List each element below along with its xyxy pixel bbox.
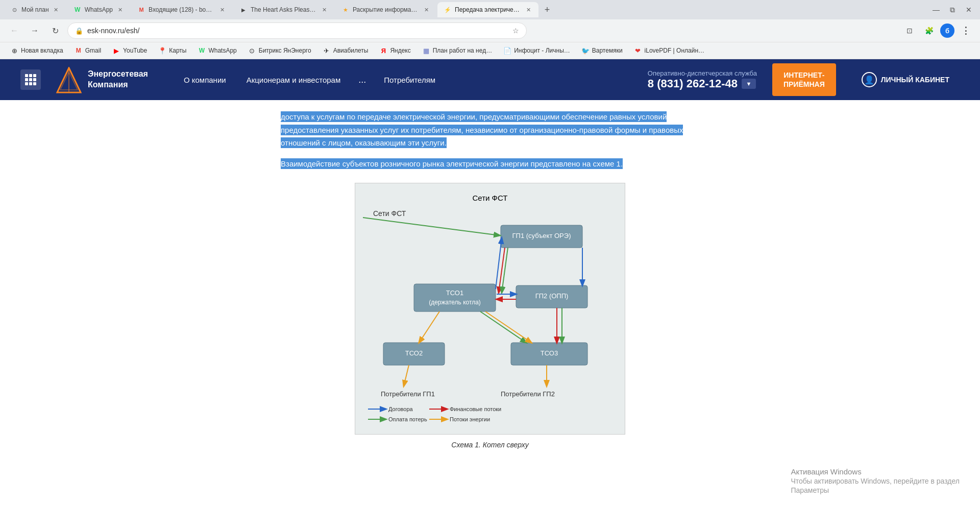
aviatickets-icon: ✈ bbox=[323, 46, 331, 55]
svg-text:ГП2 (ОПП): ГП2 (ОПП) bbox=[535, 292, 569, 300]
svg-text:Оплата потерь: Оплата потерь bbox=[388, 416, 427, 422]
bookmark-star-icon[interactable]: ☆ bbox=[512, 27, 519, 35]
tab-disclosure-close[interactable]: ✕ bbox=[422, 6, 430, 14]
bookmark-gmail[interactable]: M Gmail bbox=[69, 44, 106, 57]
minimize-button[interactable]: — bbox=[929, 3, 943, 17]
personal-cabinet-button[interactable]: 👤 ЛИЧНЫЙ КАБИНЕТ bbox=[851, 65, 960, 94]
tab-myplan[interactable]: ⊙ Мой план ✕ bbox=[4, 2, 66, 17]
svg-text:ТСО2: ТСО2 bbox=[405, 349, 423, 357]
bookmark-whatsapp[interactable]: W WhatsApp bbox=[192, 44, 241, 57]
vartemyaki-icon: 🐦 bbox=[581, 46, 590, 55]
bookmark-aviatickets[interactable]: ✈ Авиабилеты bbox=[317, 44, 374, 57]
diagram-caption: Схема 1. Котел сверху bbox=[451, 441, 528, 449]
bookmark-bitrix[interactable]: ⊙ Битрикс ЯнЭнерго bbox=[243, 44, 316, 57]
address-bar-icons: ☆ bbox=[512, 27, 519, 35]
bookmark-gmail-label: Gmail bbox=[85, 47, 101, 54]
website: Энергосетевая Компания О компании Акцион… bbox=[0, 59, 980, 459]
forward-button[interactable]: → bbox=[27, 22, 43, 39]
diagram-title: Сети ФСТ bbox=[363, 194, 617, 202]
svg-text:Потоки энергии: Потоки энергии bbox=[450, 416, 490, 422]
internet-reception-button[interactable]: ИНТЕРНЕТ- ПРИЁМНАЯ bbox=[772, 63, 836, 96]
address-bar-row: ← → ↻ 🔒 esk-nnov.ru/esh/ ☆ ⊡ 🧩 б ⋮ bbox=[0, 19, 980, 42]
diagram-svg: ГП1 (субъект ОРЭ) ТСО1 (держатель котла)… bbox=[363, 210, 617, 426]
youtube-icon: ▶ bbox=[112, 46, 120, 55]
bookmark-workplan[interactable]: ▦ План работ на нед… bbox=[417, 44, 497, 57]
security-icon: 🔒 bbox=[75, 27, 83, 35]
menu-button[interactable]: ⋮ bbox=[958, 22, 974, 39]
newtab-icon: ⊕ bbox=[10, 46, 18, 55]
dispatch-info: Оперативно-диспетчерская служба 8 (831) … bbox=[648, 69, 757, 90]
tab-heart[interactable]: ▶ The Heart Asks Pleasur… ✕ bbox=[233, 2, 334, 17]
profile-button[interactable]: б bbox=[940, 23, 954, 38]
site-header: Энергосетевая Компания О компании Акцион… bbox=[0, 59, 980, 100]
cabinet-icon: 👤 bbox=[862, 72, 877, 87]
dispatch-label: Оперативно-диспетчерская служба bbox=[648, 69, 757, 77]
ilovepdf-icon: ❤ bbox=[634, 46, 642, 55]
nav-about[interactable]: О компании bbox=[174, 61, 236, 99]
text-block: доступа к услугам по передаче электричес… bbox=[260, 110, 720, 170]
bitrix-icon: ⊙ bbox=[248, 46, 256, 55]
highlighted-paragraph: доступа к услугам по передаче электричес… bbox=[281, 111, 683, 148]
bookmark-bitrix-label: Битрикс ЯнЭнерго bbox=[259, 47, 311, 54]
content-area: доступа к услугам по передаче электричес… bbox=[0, 100, 980, 459]
tab-gmail-title: Входящие (128) - boskom… bbox=[149, 6, 215, 13]
tab-gmail-close[interactable]: ✕ bbox=[218, 6, 226, 14]
tab-bar: ⊙ Мой план ✕ W WhatsApp ✕ M Входящие (12… bbox=[0, 0, 980, 19]
tab-whatsapp-close[interactable]: ✕ bbox=[116, 6, 124, 14]
svg-text:Финансовые потоки: Финансовые потоки bbox=[450, 406, 501, 412]
nav-investors[interactable]: Акционерам и инвесторам bbox=[236, 61, 351, 99]
tab-gmail[interactable]: M Входящие (128) - boskom… ✕ bbox=[131, 2, 232, 17]
grid-icon bbox=[25, 74, 36, 85]
bookmark-vartemyaki[interactable]: 🐦 Вартемяки bbox=[576, 44, 628, 57]
bookmark-ilovepdf[interactable]: ❤ iLovePDF | Онлайн… bbox=[629, 44, 709, 57]
tab-transfer[interactable]: ⚡ Передача электрической ✕ bbox=[437, 2, 538, 17]
tab-myplan-title: Мой план bbox=[21, 6, 49, 13]
diagram-wrapper: Сети ФСТ ГП1 (субъект ОРЭ) ТСО1 (держате… bbox=[355, 183, 625, 435]
new-tab-button[interactable]: + bbox=[540, 2, 555, 17]
tab-transfer-close[interactable]: ✕ bbox=[524, 6, 532, 14]
maps-icon: 📍 bbox=[158, 46, 166, 55]
tab-myplan-icon: ⊙ bbox=[10, 6, 18, 14]
diagram-container: Сети ФСТ ГП1 (субъект ОРЭ) ТСО1 (держате… bbox=[260, 183, 720, 449]
logo-image bbox=[56, 67, 82, 92]
site-logo[interactable]: Энергосетевая Компания bbox=[56, 67, 148, 92]
tab-whatsapp-icon: W bbox=[74, 6, 82, 14]
tab-disclosure-title: Раскрытие информации | bbox=[353, 6, 419, 13]
bookmark-yandex[interactable]: Я Яндекс bbox=[374, 44, 415, 57]
tab-disclosure-icon: ★ bbox=[341, 6, 350, 14]
cast-button[interactable]: ⊡ bbox=[901, 22, 918, 39]
close-window-button[interactable]: ✕ bbox=[962, 3, 976, 17]
bookmark-ilovepdf-label: iLovePDF | Онлайн… bbox=[645, 47, 704, 54]
svg-text:ТСО3: ТСО3 bbox=[541, 349, 558, 357]
browser-chrome: ⊙ Мой план ✕ W WhatsApp ✕ M Входящие (12… bbox=[0, 0, 980, 59]
bookmark-yandex-label: Яндекс bbox=[390, 47, 410, 54]
address-bar[interactable]: 🔒 esk-nnov.ru/esh/ ☆ bbox=[67, 22, 527, 39]
back-button[interactable]: ← bbox=[6, 22, 22, 39]
bookmark-infocit-label: Инфоцит - Личны… bbox=[514, 47, 570, 54]
company-name: Энергосетевая Компания bbox=[88, 69, 148, 90]
tab-myplan-close[interactable]: ✕ bbox=[52, 6, 60, 14]
nav-more-button[interactable]: ... bbox=[351, 60, 374, 100]
toolbar-right: ⊡ 🧩 б ⋮ bbox=[901, 22, 974, 39]
tab-whatsapp[interactable]: W WhatsApp ✕ bbox=[67, 2, 130, 17]
svg-text:ГП1 (субъект ОРЭ): ГП1 (субъект ОРЭ) bbox=[512, 232, 571, 240]
bookmark-newtab[interactable]: ⊕ Новая вкладка bbox=[5, 44, 68, 57]
tab-gmail-icon: M bbox=[137, 6, 145, 14]
bookmark-youtube[interactable]: ▶ YouTube bbox=[107, 44, 152, 57]
bookmark-infocit[interactable]: 📄 Инфоцит - Личны… bbox=[498, 44, 575, 57]
extensions-button[interactable]: 🧩 bbox=[921, 22, 937, 39]
tab-heart-close[interactable]: ✕ bbox=[320, 6, 328, 14]
svg-text:Договора: Договора bbox=[388, 406, 413, 412]
tab-disclosure[interactable]: ★ Раскрытие информации | ✕ bbox=[335, 2, 436, 17]
restore-button[interactable]: ⧉ bbox=[945, 3, 960, 17]
grid-menu-button[interactable] bbox=[20, 69, 41, 90]
bookmark-maps[interactable]: 📍 Карты bbox=[153, 44, 191, 57]
gmail-icon: M bbox=[75, 46, 83, 55]
phone-dropdown-button[interactable]: ▼ bbox=[742, 79, 756, 89]
svg-text:ТСО1: ТСО1 bbox=[446, 289, 463, 297]
tab-heart-icon: ▶ bbox=[239, 6, 248, 14]
reload-button[interactable]: ↻ bbox=[47, 22, 63, 39]
bookmark-maps-label: Карты bbox=[169, 47, 186, 54]
bookmark-workplan-label: План работ на нед… bbox=[433, 47, 492, 54]
nav-consumers[interactable]: Потребителям bbox=[374, 61, 446, 99]
